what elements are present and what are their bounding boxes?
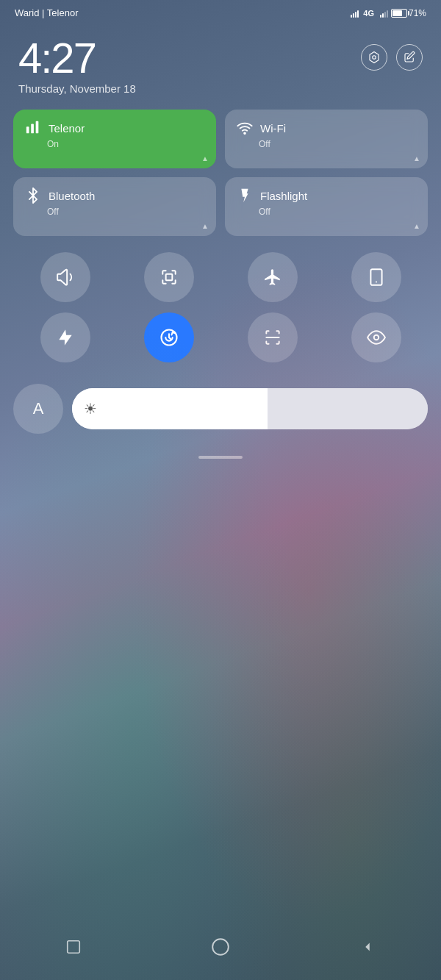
nav-bar: [0, 921, 441, 980]
tiles-row-2: Bluetooth Off ▲ Flashlight Off ▲: [13, 177, 428, 236]
edit-icon-button[interactable]: [396, 44, 423, 71]
home-button[interactable]: [207, 934, 234, 960]
scan-button[interactable]: [248, 312, 298, 362]
svg-marker-0: [370, 52, 379, 63]
airplane-button[interactable]: [248, 252, 298, 302]
svg-point-11: [373, 335, 379, 340]
bluetooth-icon: [25, 187, 41, 204]
wifi-label: Wi-Fi: [260, 122, 286, 135]
svg-rect-7: [370, 269, 381, 285]
telenor-corner-arrow: ▲: [201, 154, 209, 162]
tiles-row-1: Telenor On ▲ Wi-Fi Off ▲: [13, 110, 428, 168]
brightness-sun-icon: ☀: [84, 400, 97, 418]
location-button[interactable]: [40, 312, 90, 362]
status-icons: 4G 71%: [351, 8, 426, 18]
signal-strength-2: [380, 9, 388, 18]
network-type-badge: 4G: [363, 9, 374, 18]
signal-strength-1: [351, 9, 359, 18]
signal-icon: [25, 120, 41, 136]
svg-point-13: [212, 939, 229, 955]
icon-row-2: [13, 312, 428, 362]
icon-buttons-section: [0, 248, 441, 376]
screenshot-button[interactable]: [144, 252, 194, 302]
svg-point-1: [373, 56, 376, 60]
tile-bluetooth[interactable]: Bluetooth Off ▲: [13, 177, 216, 236]
reading-mode-button[interactable]: [351, 312, 401, 362]
sound-button[interactable]: [40, 252, 90, 302]
focus-mode-button[interactable]: [144, 312, 194, 362]
home-indicator-area: [0, 437, 441, 465]
lock-rotation-button[interactable]: [351, 252, 401, 302]
font-label: A: [33, 399, 44, 418]
battery-percent: 71%: [409, 8, 426, 18]
flashlight-status: Off: [259, 207, 416, 217]
bluetooth-corner-arrow: ▲: [201, 222, 209, 230]
carrier-text: Warid | Telenor: [15, 7, 78, 18]
flashlight-corner-arrow: ▲: [413, 222, 420, 230]
svg-rect-6: [165, 274, 172, 281]
bluetooth-label: Bluetooth: [49, 190, 95, 202]
brightness-unfilled: [268, 388, 428, 429]
tile-telenor[interactable]: Telenor On ▲: [13, 110, 216, 168]
clock-time: 4:27: [18, 37, 136, 79]
bluetooth-status: Off: [47, 207, 204, 217]
tile-flashlight[interactable]: Flashlight Off ▲: [225, 177, 428, 236]
svg-rect-4: [36, 121, 39, 134]
status-bar: Warid | Telenor 4G 71%: [0, 0, 441, 22]
brightness-fill: [72, 388, 268, 429]
telenor-status: On: [47, 139, 204, 149]
brightness-slider[interactable]: ☀: [72, 388, 428, 429]
battery-indicator: 71%: [391, 8, 426, 18]
clock-section: 4:27 Thursday, November 18: [0, 22, 441, 106]
font-size-button[interactable]: A: [13, 384, 63, 434]
settings-icon-button[interactable]: [361, 44, 387, 71]
svg-rect-3: [31, 124, 34, 134]
back-button[interactable]: [354, 934, 381, 960]
svg-rect-2: [26, 126, 29, 133]
flashlight-icon: [237, 187, 253, 204]
svg-rect-12: [68, 941, 80, 954]
wifi-status: Off: [259, 139, 416, 149]
svg-point-5: [244, 132, 245, 134]
icon-row-1: [13, 252, 428, 302]
tile-wifi[interactable]: Wi-Fi Off ▲: [225, 110, 428, 168]
home-indicator: [198, 456, 243, 459]
wifi-corner-arrow: ▲: [413, 154, 420, 162]
quick-tiles-section: Telenor On ▲ Wi-Fi Off ▲: [0, 106, 441, 248]
brightness-section: A ☀: [0, 376, 441, 437]
recent-apps-button[interactable]: [60, 934, 87, 960]
telenor-label: Telenor: [49, 122, 85, 135]
flashlight-label: Flashlight: [260, 190, 307, 202]
clock-date: Thursday, November 18: [18, 82, 136, 95]
wifi-icon: [237, 120, 253, 136]
